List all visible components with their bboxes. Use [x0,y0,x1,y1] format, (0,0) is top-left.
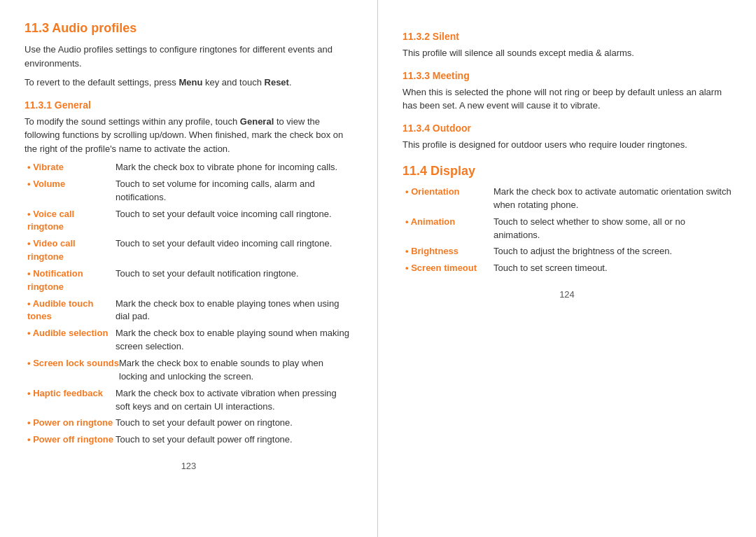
right-page-number: 124 [402,289,732,300]
item-screen-lock: Screen lock sounds Mark the check box to… [24,357,353,384]
item-orientation: Orientation Mark the check box to activa… [402,186,732,212]
left-page: 11.3 Audio profiles Use the Audio profil… [0,0,378,537]
item-volume-desc: Touch to set volume for incoming calls, … [115,178,353,204]
item-power-on: Power on ringtone Touch to set your defa… [24,417,353,430]
item-volume: Volume Touch to set volume for incoming … [24,178,353,204]
display-item-list: Orientation Mark the check box to activa… [402,186,732,275]
item-voice-call: Voice callringtone Touch to set your def… [24,208,353,235]
item-audible-touch: Audible touchtones Mark the check box to… [24,298,353,324]
item-video-call-label: Video callringtone [24,237,115,264]
item-vibrate-desc: Mark the check box to vibrate phone for … [115,161,353,174]
item-orientation-label: Orientation [402,186,493,199]
item-vibrate: Vibrate Mark the check box to vibrate ph… [24,161,353,174]
subsection-general-body: To modify the sound settings within any … [24,115,353,156]
item-power-on-label: Power on ringtone [24,417,115,430]
left-section-title: 11.3 Audio profiles [24,21,353,36]
item-vibrate-label: Vibrate [24,161,115,174]
item-power-on-desc: Touch to set your default power on ringt… [115,417,353,430]
general-item-list: Vibrate Mark the check box to vibrate ph… [24,161,353,447]
item-power-off: Power off ringtone Touch to set your def… [24,433,353,447]
subsection-outdoor-body: This profile is designed for outdoor use… [402,138,732,152]
item-video-call: Video callringtone Touch to set your def… [24,237,353,264]
subsection-silent-title: 11.3.2 Silent [402,31,732,42]
item-notification-desc: Touch to set your default notification r… [115,267,353,281]
item-power-off-desc: Touch to set your default power off ring… [115,433,353,447]
subsection-general-title: 11.3.1 General [24,99,353,111]
item-animation-label: Animation [402,216,493,229]
item-video-call-desc: Touch to set your default video incoming… [115,237,353,251]
item-audible-selection-desc: Mark the check box to enable playing sou… [115,327,353,354]
subsection-meeting-body: When this is selected the phone will not… [402,85,732,113]
item-screen-timeout-desc: Touch to set screen timeout. [493,262,732,275]
subsection-outdoor-title: 11.3.4 Outdoor [402,123,732,134]
item-screen-timeout-label: Screen timeout [402,262,493,275]
item-audible-touch-label: Audible touchtones [24,298,115,324]
item-audible-touch-desc: Mark the check box to enable playing ton… [115,298,353,324]
item-audible-selection: Audible selection Mark the check box to … [24,327,353,354]
item-audible-selection-label: Audible selection [24,327,115,340]
item-voice-call-desc: Touch to set your default voice incoming… [115,208,353,221]
right-page: 11.3.2 Silent This profile will silence … [378,0,756,537]
item-notification: Notificationringtone Touch to set your d… [24,267,353,294]
item-volume-label: Volume [24,178,115,191]
item-animation: Animation Touch to select whether to sho… [402,216,732,242]
item-brightness: Brightness Touch to adjust the brightnes… [402,245,732,258]
left-page-number: 123 [24,461,353,471]
item-screen-timeout: Screen timeout Touch to set screen timeo… [402,262,732,275]
item-screen-lock-label: Screen lock sounds [24,357,119,370]
display-section-title: 11.4 Display [402,164,732,179]
left-intro-1: Use the Audio profiles settings to confi… [24,43,353,70]
item-haptic-desc: Mark the check box to activate vibration… [115,387,353,414]
item-voice-call-label: Voice callringtone [24,208,115,235]
item-orientation-desc: Mark the check box to activate automatic… [493,186,732,212]
item-notification-label: Notificationringtone [24,267,115,294]
item-animation-desc: Touch to select whether to show some, al… [493,216,732,242]
item-brightness-label: Brightness [402,245,493,258]
subsection-meeting-title: 11.3.3 Meeting [402,70,732,81]
item-brightness-desc: Touch to adjust the brightness of the sc… [493,245,732,258]
item-power-off-label: Power off ringtone [24,433,115,447]
left-intro-2: To revert to the default settings, press… [24,76,353,90]
item-haptic: Haptic feedback Mark the check box to ac… [24,387,353,414]
item-haptic-label: Haptic feedback [24,387,115,400]
item-screen-lock-desc: Mark the check box to enable sounds to p… [119,357,353,384]
subsection-silent-body: This profile will silence all sounds exc… [402,46,732,60]
